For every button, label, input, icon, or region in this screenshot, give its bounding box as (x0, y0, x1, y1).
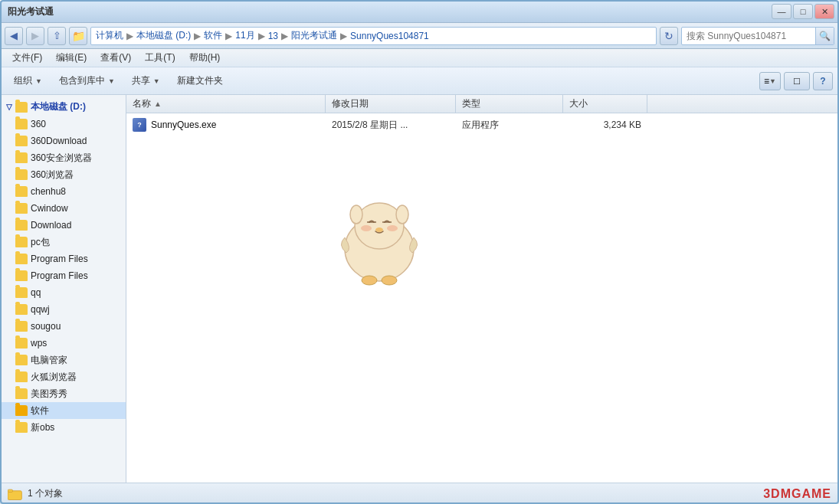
sidebar-item-label-newobs: 新obs (31, 421, 54, 434)
watermark-text: 3DMGAME (763, 487, 831, 500)
sidebar-item-cwindow[interactable]: Cwindow (0, 200, 126, 217)
forward-button[interactable]: ▶ (26, 27, 44, 45)
svg-point-7 (382, 276, 397, 285)
col-header-date[interactable]: 修改日期 (326, 95, 456, 113)
sidebar-item-label-firefox: 火狐浏览器 (31, 371, 77, 384)
address-bar-area: ◀ ▶ ⇧ 📁 计算机 ▶ 本地磁盘 (D:) ▶ 软件 ▶ 11月 ▶ 13 … (0, 23, 839, 49)
menu-edit[interactable]: 编辑(E) (50, 50, 93, 66)
path-computer[interactable]: 计算机 (96, 29, 123, 42)
preview-pane-button[interactable]: □ (784, 72, 810, 90)
sidebar[interactable]: ▽ 本地磁盘 (D:) 360 360Download 360安全浏览器 360… (0, 95, 126, 483)
path-appname[interactable]: 阳光考试通 (291, 29, 337, 42)
col-header-name[interactable]: 名称 ▲ (126, 95, 326, 113)
sidebar-item-label-360: 360 (31, 119, 46, 129)
folder-icon-qqwj (15, 304, 28, 315)
newfolder-button[interactable]: 新建文件夹 (169, 70, 231, 92)
maximize-button[interactable]: □ (793, 4, 813, 19)
share-button[interactable]: 共享 ▼ (124, 70, 168, 92)
close-button[interactable]: ✕ (814, 4, 834, 19)
path-drive[interactable]: 本地磁盘 (D:) (136, 29, 191, 42)
folder-icon-software (15, 405, 28, 416)
menu-tools[interactable]: 工具(T) (139, 50, 181, 66)
organize-button[interactable]: 组织 ▼ (6, 70, 50, 92)
file-date-cell: 2015/2/8 星期日 ... (326, 119, 456, 132)
sidebar-item-360ie[interactable]: 360浏览器 (0, 166, 126, 183)
window-controls: — □ ✕ (772, 4, 834, 19)
path-software[interactable]: 软件 (204, 29, 222, 42)
svg-point-5 (396, 205, 408, 224)
file-size: 3,234 KB (604, 119, 641, 130)
sidebar-item-programfiles2[interactable]: Program Files (0, 267, 126, 284)
sidebar-item-chenhu8[interactable]: chenhu8 (0, 183, 126, 200)
menu-file[interactable]: 文件(F) (6, 50, 48, 66)
path-sep-3: ▶ (225, 31, 232, 41)
sidebar-item-meitu[interactable]: 美图秀秀 (0, 385, 126, 402)
folder-icon-360ie (15, 169, 28, 180)
svg-point-0 (345, 217, 414, 281)
exe-icon-bg: ? (133, 118, 146, 132)
file-type-cell: 应用程序 (456, 119, 563, 132)
folder-icon-pf2 (15, 270, 28, 281)
sidebar-item-label-pcmanager: 电脑管家 (31, 354, 67, 367)
include-label: 包含到库中 (59, 74, 105, 87)
sidebar-item-label-chenhu8: chenhu8 (31, 186, 66, 197)
title-bar: 阳光考试通 — □ ✕ (0, 0, 839, 23)
search-button[interactable]: 🔍 (815, 27, 834, 45)
file-type: 应用程序 (462, 119, 499, 130)
sidebar-item-pcmanager[interactable]: 电脑管家 (0, 352, 126, 368)
sidebar-item-wps[interactable]: wps (0, 335, 126, 352)
svg-point-8 (375, 227, 383, 232)
folder-icon-meitu (15, 388, 28, 399)
sidebar-item-label-qqwj: qqwj (31, 304, 50, 315)
svg-point-6 (362, 276, 377, 285)
col-header-type[interactable]: 类型 (456, 95, 563, 113)
sidebar-item-firefox[interactable]: 火狐浏览器 (0, 368, 126, 385)
sidebar-item-software[interactable]: 软件 (0, 402, 126, 419)
folder-icon-firefox (15, 371, 28, 382)
sidebar-item-qqwj[interactable]: qqwj (0, 301, 126, 318)
sidebar-item-360[interactable]: 360 (0, 116, 126, 133)
path-folder[interactable]: SunnyQues104871 (350, 31, 429, 41)
address-path[interactable]: 计算机 ▶ 本地磁盘 (D:) ▶ 软件 ▶ 11月 ▶ 13 ▶ 阳光考试通 … (90, 27, 657, 45)
file-size-cell: 3,234 KB (563, 119, 647, 130)
sidebar-item-pcbao[interactable]: pc包 (0, 234, 126, 250)
sidebar-item-label-wps: wps (31, 338, 47, 349)
sidebar-header[interactable]: ▽ 本地磁盘 (D:) (0, 98, 126, 116)
sidebar-item-newobs[interactable]: 新obs (0, 419, 126, 436)
folder-icon-wps (15, 338, 28, 349)
up-button[interactable]: ⇧ (48, 27, 66, 45)
table-row[interactable]: ? SunnyQues.exe 2015/2/8 星期日 ... 应用程序 3,… (126, 115, 839, 135)
menu-bar: 文件(F) 编辑(E) 查看(V) 工具(T) 帮助(H) (0, 49, 839, 67)
help-button[interactable]: ? (813, 72, 833, 90)
file-name: SunnyQues.exe (151, 119, 216, 130)
path-sep-2: ▶ (194, 31, 201, 41)
sidebar-header-label: 本地磁盘 (D:) (31, 100, 86, 113)
sidebar-item-360download[interactable]: 360Download (0, 133, 126, 149)
refresh-button[interactable]: ↻ (660, 27, 678, 45)
sidebar-item-label-cwindow: Cwindow (31, 203, 68, 214)
sidebar-item-label-software: 软件 (31, 404, 49, 417)
sidebar-item-label-download: Download (31, 220, 71, 231)
folder-icon-pf1 (15, 254, 28, 264)
svg-point-4 (350, 205, 362, 224)
svg-rect-12 (8, 489, 13, 492)
path-day[interactable]: 13 (268, 31, 278, 41)
col-header-size[interactable]: 大小 (563, 95, 647, 113)
back-button[interactable]: ◀ (5, 27, 23, 45)
search-input[interactable] (682, 31, 815, 41)
folder-icon-newobs (15, 422, 28, 433)
svg-point-1 (355, 203, 404, 249)
sidebar-item-sougou[interactable]: sougou (0, 318, 126, 335)
path-month[interactable]: 11月 (235, 29, 254, 42)
sidebar-item-label-meitu: 美图秀秀 (31, 388, 67, 401)
sidebar-item-download[interactable]: Download (0, 217, 126, 234)
menu-view[interactable]: 查看(V) (94, 50, 137, 66)
menu-help[interactable]: 帮助(H) (183, 50, 227, 66)
minimize-button[interactable]: — (772, 4, 791, 19)
sidebar-item-programfiles1[interactable]: Program Files (0, 250, 126, 267)
view-menu-button[interactable]: ≡ ▼ (759, 72, 781, 90)
content-pane[interactable]: 名称 ▲ 修改日期 类型 大小 ? SunnyQues.exe (126, 95, 839, 483)
sidebar-item-360browser[interactable]: 360安全浏览器 (0, 149, 126, 166)
include-library-button[interactable]: 包含到库中 ▼ (51, 70, 123, 92)
sidebar-item-qq[interactable]: qq (0, 284, 126, 301)
